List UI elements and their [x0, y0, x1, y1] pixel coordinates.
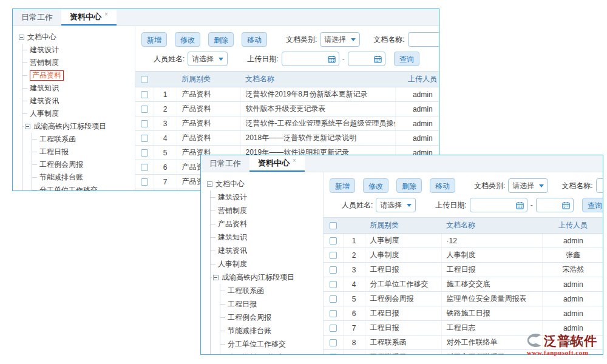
row-checkbox[interactable] [330, 237, 337, 244]
row-checkbox[interactable] [141, 120, 148, 127]
collapse-icon[interactable] [207, 181, 212, 187]
doc-type-select[interactable]: 请选择 [508, 178, 548, 193]
edit-button[interactable]: 修改 [175, 32, 200, 47]
date-to-input[interactable] [348, 52, 385, 66]
tab-daily-work[interactable]: 日常工作 [201, 155, 249, 172]
tree-item-hr-policy[interactable]: 人事制度 [211, 257, 323, 271]
tab-data-center[interactable]: 资料中心 × [249, 155, 305, 172]
tree-item-contact-letter[interactable]: 工程联系函 [220, 284, 323, 297]
tree-root-document-center[interactable]: 文档中心 [207, 177, 323, 190]
chevron-down-icon [219, 58, 223, 61]
row-checkbox[interactable] [141, 106, 148, 113]
row-checkbox[interactable] [330, 325, 337, 332]
category-header: 所属别类 [177, 72, 240, 87]
row-checkbox[interactable] [330, 252, 337, 259]
tree-item-marketing-policy[interactable]: 营销制度 [22, 56, 135, 69]
table-row[interactable]: 6工程日报铁路施工日报admin [324, 306, 603, 321]
row-checkbox[interactable] [141, 164, 148, 171]
add-button[interactable]: 新增 [330, 178, 355, 193]
person-name-value: 请选择 [380, 200, 402, 211]
tree-item-weekly-meeting[interactable]: 工程例会周报 [32, 158, 135, 171]
calendar-icon[interactable] [328, 55, 336, 63]
row-checkbox[interactable] [330, 281, 337, 288]
tree-item-building-design[interactable]: 建筑设计 [22, 44, 135, 56]
move-button[interactable]: 移动 [430, 178, 455, 193]
table-row[interactable]: 2人事制度人事制度张鑫 [324, 248, 603, 263]
collapse-icon[interactable] [25, 124, 30, 129]
move-button[interactable]: 移动 [242, 32, 267, 47]
table-row[interactable]: 4分工单位工作移交施工移交交底admin [324, 277, 603, 292]
doc-type-select[interactable]: 请选择 [320, 32, 360, 47]
add-button[interactable]: 新增 [141, 32, 167, 47]
search-button[interactable]: 查询 [582, 198, 603, 212]
date-from-input[interactable] [282, 52, 339, 66]
person-name-select[interactable]: 请选择 [188, 52, 228, 66]
tree-item-product-data[interactable]: 产品资料 [211, 217, 323, 231]
tab-data-center[interactable]: 资料中心 × [61, 9, 117, 25]
row-checkbox[interactable] [141, 178, 148, 186]
table-row[interactable]: 3工程日报工程日报宋浩然 [324, 263, 603, 277]
tree-item-hr-policy[interactable]: 人事制度 [22, 107, 135, 120]
tree-item-work-handover[interactable]: 分工单位工作移交 [220, 337, 323, 351]
chevron-down-icon [351, 38, 356, 41]
tree-item-contact-letter[interactable]: 工程联系函 [32, 133, 135, 146]
tab-close-icon[interactable]: × [293, 157, 296, 164]
calendar-icon[interactable] [374, 55, 382, 63]
doc-name-input[interactable] [408, 32, 439, 47]
row-checkbox[interactable] [330, 266, 337, 274]
search-button[interactable]: 查询 [394, 52, 419, 66]
row-checkbox[interactable] [141, 135, 148, 142]
brand-url: www.fanpusoft.com [527, 349, 597, 356]
document-tree: 文档中心 建筑设计 营销制度 产品资料 建筑知识 建筑资讯 人事制度 成渝高铁内… [13, 26, 135, 190]
tab-daily-work[interactable]: 日常工作 [13, 9, 61, 25]
tree-item-building-knowledge[interactable]: 建筑知识 [22, 82, 135, 95]
tab-close-icon[interactable]: × [104, 11, 108, 18]
index-header [154, 72, 177, 87]
tree-item-daily-report[interactable]: 工程日报 [32, 146, 135, 158]
tree-item-building-news[interactable]: 建筑资讯 [22, 95, 135, 107]
tree-root-document-center[interactable]: 文档中心 [19, 31, 135, 44]
delete-button[interactable]: 删除 [208, 32, 234, 47]
tab-bar: 日常工作 资料中心 × [201, 155, 603, 172]
edit-button[interactable]: 修改 [363, 178, 388, 193]
table-row[interactable]: 4产品资料2018年——泛普软件更新记录说明admin [135, 131, 439, 146]
tree-item-marketing-policy[interactable]: 营销制度 [211, 204, 323, 217]
person-name-select[interactable]: 请选择 [376, 198, 416, 212]
table-row[interactable]: 2产品资料软件版本升级变更记录表admin [135, 102, 439, 116]
table-row[interactable]: 1产品资料泛普软件2019年8月份新版本更新记录admin [135, 87, 439, 102]
tree-item-energy-ledger[interactable]: 节能减排台账 [220, 324, 323, 337]
date-to-input[interactable] [536, 198, 574, 212]
tree-item-supervision-data[interactable]: 监理资料(B2资质) [220, 351, 323, 354]
tree-node-project[interactable]: 成渝高铁内江标段项目 [22, 120, 135, 133]
calendar-icon[interactable] [562, 201, 570, 209]
collapse-icon[interactable] [213, 275, 219, 280]
collapse-icon[interactable] [19, 35, 24, 40]
calendar-icon[interactable] [516, 201, 524, 209]
tree-item-building-design[interactable]: 建筑设计 [211, 190, 323, 204]
tree-item-weekly-meeting[interactable]: 工程例会周报 [220, 311, 323, 324]
uploader-header: 上传人员 [395, 72, 439, 87]
date-from-input[interactable] [470, 198, 527, 212]
tree-item-product-data-selected[interactable]: 产品资料 [22, 69, 135, 82]
doc-name-input[interactable] [596, 178, 603, 193]
delete-button[interactable]: 删除 [396, 178, 422, 193]
select-all-checkbox[interactable] [330, 222, 337, 229]
row-checkbox[interactable] [330, 310, 337, 317]
document-list-pane: 新增 修改 删除 移动 文档类别: 请选择 文档名称: 人员姓名: [324, 172, 603, 354]
row-checkbox[interactable] [330, 339, 337, 346]
tree-item-daily-report[interactable]: 工程日报 [220, 297, 323, 311]
row-checkbox[interactable] [330, 354, 337, 354]
select-all-checkbox[interactable] [141, 76, 148, 83]
table-row[interactable]: 1人事制度·12admin [324, 234, 603, 248]
row-checkbox[interactable] [330, 295, 337, 303]
tree-item-work-handover[interactable]: 分工单位工作移交 [32, 184, 135, 190]
tab-label: 资料中心 [258, 158, 290, 169]
tree-item-building-knowledge[interactable]: 建筑知识 [211, 231, 323, 244]
row-checkbox[interactable] [141, 149, 148, 157]
row-checkbox[interactable] [141, 91, 148, 98]
tree-item-building-news[interactable]: 建筑资讯 [211, 244, 323, 257]
tree-item-energy-ledger[interactable]: 节能减排台账 [32, 171, 135, 184]
tree-node-project[interactable]: 成渝高铁内江标段项目 [211, 271, 323, 284]
table-row[interactable]: 5工程例会周报监理单位安全质量周报表admin [324, 292, 603, 306]
table-row[interactable]: 3产品资料泛普软件-工程企业管理系统平台超级管理员操作手册admin [135, 116, 439, 131]
